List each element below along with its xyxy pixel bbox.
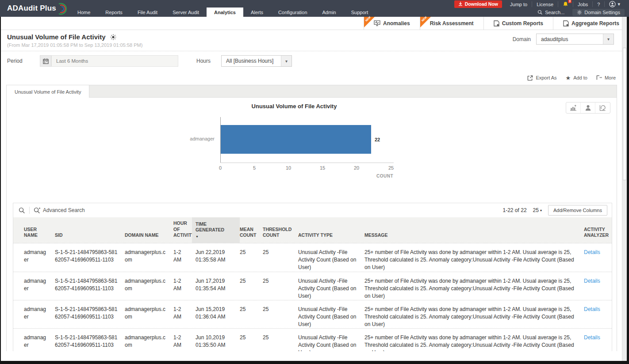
divider [29, 207, 30, 214]
notifications-button[interactable]: 3 [558, 1, 573, 7]
nav-item-file-audit[interactable]: File Audit [130, 8, 165, 17]
x-tick: 25 [384, 165, 398, 171]
cell-threshold-count: 25 [263, 300, 298, 332]
refresh-chart-button[interactable] [595, 102, 610, 113]
col-header-time-generated[interactable]: TIME GENERATED ▼ [192, 217, 240, 243]
col-header-mean-count[interactable]: MEAN COUNT [240, 217, 263, 243]
cell-message: 25+ number of File Activity was done by … [364, 329, 580, 351]
nav-item-alerts[interactable]: Alerts [243, 8, 271, 17]
page-header: Unusual Volume of File Activity (From Ma… [0, 30, 629, 51]
bar-value-label: 22 [375, 137, 380, 142]
details-link[interactable]: Details [580, 300, 612, 332]
x-tick: 15 [316, 165, 329, 171]
window-edge [0, 17, 1, 364]
cell-activity-type: Unusual Activity -File Activity Count (B… [298, 329, 364, 351]
domain-label: Domain [513, 36, 531, 42]
cell-mean-count: 25 [240, 272, 263, 303]
scrollbar-thumb[interactable] [623, 48, 626, 180]
cell-threshold-count: 25 [263, 272, 298, 303]
hours-label: Hours [196, 58, 211, 64]
col-header-domain-name[interactable]: DOMAIN NAME [125, 217, 173, 243]
top-navigation-bar: ADAudit Plus Home Reports File Audit Ser… [0, 0, 629, 17]
scrollbar[interactable] [622, 17, 627, 361]
results-table: Advanced Search 1-22 of 22 25 ▾ Add/Remo… [13, 203, 612, 351]
download-now-button[interactable]: Download Now [454, 0, 502, 8]
col-header-activity-analyzer[interactable]: ACTIVITY ANALYZER [580, 217, 612, 243]
sun-icon[interactable] [110, 34, 116, 40]
cell-mean-count: 25 [240, 243, 263, 275]
table-row: admanager S-1-5-21-1484795863-58162057-4… [13, 243, 612, 272]
cell-domain-name: admanagerplus.com [125, 329, 173, 351]
col-header-threshold-count[interactable]: THRESHOLD COUNT [263, 217, 298, 243]
cell-domain-name: admanagerplus.com [125, 272, 173, 303]
main-nav: Home Reports File Audit Server Audit Ana… [70, 8, 376, 17]
custom-reports-icon [494, 20, 499, 27]
advanced-search-button[interactable]: Advanced Search [34, 207, 85, 214]
nav-item-reports[interactable]: Reports [98, 8, 130, 17]
user-menu[interactable]: ▾ [605, 1, 625, 7]
more-icon [596, 75, 602, 80]
more-button[interactable]: More [596, 75, 616, 80]
cell-mean-count: 25 [240, 329, 263, 351]
page-size-select[interactable]: 25 ▾ [533, 207, 542, 213]
aggregate-reports-icon [563, 20, 569, 27]
pagination-range: 1-22 of 22 [503, 207, 527, 213]
cell-user-name: admanager [24, 243, 55, 275]
domain-settings-button[interactable]: Domain Settings [572, 9, 625, 16]
gear-icon [577, 10, 582, 15]
nav-item-configuration[interactable]: Configuration [271, 8, 314, 17]
jobs-link[interactable]: Jobs [573, 1, 593, 7]
col-header-sid[interactable]: SID [55, 217, 125, 243]
bell-icon: 3 [563, 1, 568, 7]
add-remove-columns-button[interactable]: Add/Remove Columns [548, 205, 607, 216]
tab-custom-reports[interactable]: Custom Reports [483, 17, 553, 30]
tab-anomalies[interactable]: NEW Anomalies [364, 17, 420, 30]
col-header-user-name[interactable]: USER NAME [24, 217, 55, 243]
period-input[interactable]: Last 6 Months [51, 55, 178, 67]
chart-type-button[interactable] [566, 102, 581, 113]
app-logo[interactable]: ADAudit Plus [7, 0, 68, 17]
nav-item-support[interactable]: Support [344, 8, 376, 17]
tab-aggregate-reports[interactable]: Aggregate Reports [553, 17, 629, 30]
details-link[interactable]: Details [580, 329, 612, 351]
details-link[interactable]: Details [580, 243, 612, 275]
nav-item-admin[interactable]: Admin [315, 8, 344, 17]
col-header-activity-type[interactable]: ACTIVITY TYPE [298, 217, 364, 243]
cell-hour: 1-2 AM [173, 329, 196, 351]
cell-message: 25+ number of File Activity was done by … [364, 300, 580, 332]
domain-select[interactable]: adauditplus ▾ [536, 34, 614, 45]
table-toolbar: Advanced Search 1-22 of 22 25 ▾ Add/Remo… [13, 203, 612, 217]
user-view-button[interactable] [581, 102, 595, 113]
bar[interactable] [221, 125, 371, 154]
license-link[interactable]: License [532, 1, 558, 7]
global-search[interactable]: Search... [534, 9, 568, 16]
user-avatar-icon [609, 1, 616, 8]
user-menu-caret-icon: ▾ [617, 1, 620, 7]
cell-time-generated: Jun 22,2019 01:35:58 AM [196, 243, 240, 275]
help-button[interactable]: ? [593, 1, 605, 7]
cell-time-generated: Jun 17,2019 01:35:54 AM [196, 272, 240, 303]
x-tick: 10 [282, 165, 295, 171]
cell-sid: S-1-5-21-1484795863-58162057-4169609511-… [55, 300, 125, 332]
cell-hour: 1-2 AM [173, 300, 196, 332]
table-row: admanager S-1-5-21-1484795863-58162057-4… [13, 328, 612, 351]
chart-title: Unusual Volume of File Activity [192, 103, 396, 110]
calendar-button[interactable] [40, 55, 51, 67]
feature-tab-bar: NEW Anomalies NEW Risk Assessment Custom… [0, 17, 629, 30]
page-title: Unusual Volume of File Activity [7, 33, 106, 41]
nav-item-server-audit[interactable]: Server Audit [165, 8, 207, 17]
chart-area: Unusual Volume of File Activity admanage… [7, 98, 617, 199]
details-link[interactable]: Details [580, 272, 612, 303]
panel-tab-unusual-volume[interactable]: Unusual Volume of File Activity [7, 85, 89, 98]
hours-select[interactable]: All [Business Hours] ▾ [221, 55, 292, 67]
col-header-message[interactable]: MESSAGE [364, 217, 580, 243]
table-search-icon[interactable] [19, 207, 25, 214]
add-to-button[interactable]: ★ Add to [565, 75, 587, 81]
nav-item-analytics[interactable]: Analytics [207, 8, 243, 17]
jump-to-link[interactable]: Jump to [506, 1, 532, 7]
window-edge [0, 361, 629, 364]
report-panel-tabs: Unusual Volume of File Activity [7, 85, 617, 98]
export-as-button[interactable]: Export As [527, 75, 556, 81]
nav-item-home[interactable]: Home [70, 8, 98, 17]
tab-risk-assessment[interactable]: NEW Risk Assessment [420, 17, 483, 30]
